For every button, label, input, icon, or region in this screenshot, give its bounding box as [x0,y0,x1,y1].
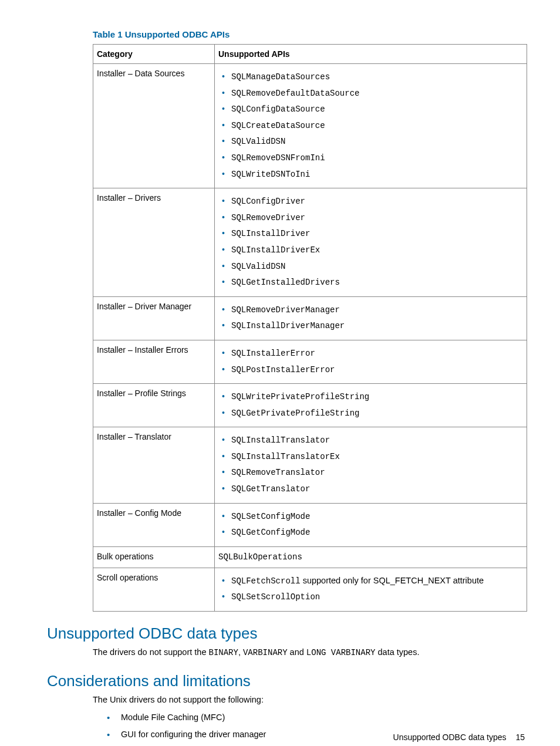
api-list: SQLWritePrivateProfileStringSQLGetPrivat… [218,389,521,421]
list-item: SQLCreateDataSource [218,117,521,134]
api-name: SQLInstallTranslator [231,436,330,445]
list-item: SQLManageDataSources [218,69,521,85]
unsupported-apis-table: Category Unsupported APIs Installer – Da… [93,44,527,612]
api-name: SQLWritePrivateProfileString [231,392,369,401]
list-item: SQLPostInstallerError [218,362,521,378]
apis-cell: SQLManageDataSourcesSQLRemoveDefaultData… [215,64,527,188]
text-fragment: and [288,647,306,657]
list-item: SQLConfigDriver [218,193,521,210]
text-fragment: The drivers do not support the [93,647,208,657]
category-cell: Installer – Config Mode [93,503,215,546]
list-item: SQLInstallTranslator [218,432,521,448]
list-item: SQLRemoveDefaultDataSource [218,85,521,102]
api-name: SQLCreateDataSource [231,121,325,130]
api-name: SQLInstallDriverEx [231,245,320,255]
api-name: SQLRemoveDriver [231,213,305,222]
api-name: SQLValidDSN [231,262,285,271]
list-item: SQLRemoveDSNFromIni [218,150,521,166]
list-item: SQLRemoveDriver [218,210,521,226]
table-row: Bulk operationsSQLBulkOperations [93,546,527,568]
list-item: SQLGetInstalledDrivers [218,274,521,291]
list-item: SQLInstallerError [218,345,521,362]
apis-cell: SQLSetConfigModeSQLGetConfigMode [215,503,527,546]
api-name: SQLManageDataSources [231,72,330,82]
page-container: Table 1 Unsupported ODBC APIs Category U… [0,0,560,746]
api-list: SQLRemoveDriverManagerSQLInstallDriverMa… [218,302,521,334]
apis-cell: SQLInstallTranslatorSQLInstallTranslator… [215,427,527,503]
table-row: Installer – Driver ManagerSQLRemoveDrive… [93,296,527,340]
section-heading-data-types: Unsupported ODBC data types [47,625,525,643]
api-name: SQLGetInstalledDrivers [231,278,340,287]
apis-cell: SQLRemoveDriverManagerSQLInstallDriverMa… [215,296,527,340]
list-item: SQLGetConfigMode [218,524,521,541]
category-cell: Installer – Data Sources [93,64,215,188]
list-item: SQLRemoveTranslator [218,464,521,481]
type-binary: BINARY [208,648,238,657]
text-fragment: data types. [375,647,419,657]
list-item: SQLInstallDriver [218,225,521,242]
api-name: SQLInstallerError [231,349,315,358]
api-name: SQLWriteDSNToIni [231,170,310,179]
category-cell: Installer – Drivers [93,188,215,297]
apis-cell: SQLConfigDriverSQLRemoveDriverSQLInstall… [215,188,527,297]
api-name: SQLRemoveDSNFromIni [231,153,325,163]
api-note: supported only for SQL_FETCH_NEXT attrib… [301,576,484,585]
api-name: SQLSetConfigMode [231,512,310,521]
api-list: SQLConfigDriverSQLRemoveDriverSQLInstall… [218,193,521,291]
footer-text: Unsupported ODBC data types [393,733,507,742]
api-name: SQLInstallDriverManager [231,321,345,330]
list-item: SQLGetPrivateProfileString [218,405,521,421]
api-name: SQLConfigDriver [231,197,305,206]
api-list: SQLSetConfigModeSQLGetConfigMode [218,508,521,541]
api-name: SQLFetchScroll [231,576,301,586]
table-row: Installer – TranslatorSQLInstallTranslat… [93,427,527,503]
list-item: SQLInstallDriverEx [218,242,521,258]
section-heading-considerations: Considerations and limitations [47,672,525,690]
api-name: SQLRemoveTranslator [231,468,325,477]
table-header-category: Category [93,45,215,64]
table-row: Installer – Config ModeSQLSetConfigModeS… [93,503,527,546]
api-name: SQLConfigDataSource [231,104,325,114]
list-item: SQLWritePrivateProfileString [218,389,521,405]
api-list: SQLInstallerErrorSQLPostInstallerError [218,345,521,377]
list-item: SQLValidDSN [218,133,521,150]
text-fragment: , [238,647,243,657]
category-cell: Installer – Profile Strings [93,384,215,427]
table-caption: Table 1 Unsupported ODBC APIs [93,29,525,39]
apis-cell: SQLInstallerErrorSQLPostInstallerError [215,340,527,383]
list-item: SQLInstallTranslatorEx [218,448,521,465]
footer-page-number: 15 [515,733,525,742]
list-item: SQLFetchScroll supported only for SQL_FE… [218,573,521,589]
type-long-varbinary: LONG VARBINARY [306,648,376,657]
api-name: SQLRemoveDriverManager [231,305,340,315]
apis-cell: SQLFetchScroll supported only for SQL_FE… [215,568,527,611]
table-row: Installer – Profile StringsSQLWritePriva… [93,384,527,427]
list-item: SQLWriteDSNToIni [218,166,521,183]
api-name: SQLInstallDriver [231,229,310,238]
list-item: SQLValidDSN [218,258,521,275]
api-name: SQLGetPrivateProfileString [231,409,359,418]
table-header-apis: Unsupported APIs [215,45,527,64]
category-cell: Installer – Driver Manager [93,296,215,340]
table-row: Installer – Data SourcesSQLManageDataSou… [93,64,527,188]
list-item: SQLSetConfigMode [218,508,521,525]
list-item: SQLInstallDriverManager [218,318,521,334]
list-item: SQLConfigDataSource [218,101,521,117]
api-name: SQLGetTranslator [231,484,310,494]
apis-cell: SQLBulkOperations [215,546,527,568]
category-cell: Scroll operations [93,568,215,611]
api-name: SQLInstallTranslatorEx [231,452,340,461]
table-row: Installer – DriversSQLConfigDriverSQLRem… [93,188,527,297]
table-row: Scroll operationsSQLFetchScroll supporte… [93,568,527,611]
api-name: SQLSetScrollOption [231,592,320,602]
api-name: SQLRemoveDefaultDataSource [231,89,359,98]
api-list: SQLFetchScroll supported only for SQL_FE… [218,573,521,605]
category-cell: Installer – Installer Errors [93,340,215,383]
api-name: SQLPostInstallerError [231,365,335,374]
list-item: SQLGetTranslator [218,481,521,497]
api-name: SQLValidDSN [231,137,285,146]
api-name: SQLGetConfigMode [231,528,310,537]
table-row: Installer – Installer ErrorsSQLInstaller… [93,340,527,383]
list-item: SQLRemoveDriverManager [218,302,521,318]
list-item: Module File Caching (MFC) [104,709,525,726]
